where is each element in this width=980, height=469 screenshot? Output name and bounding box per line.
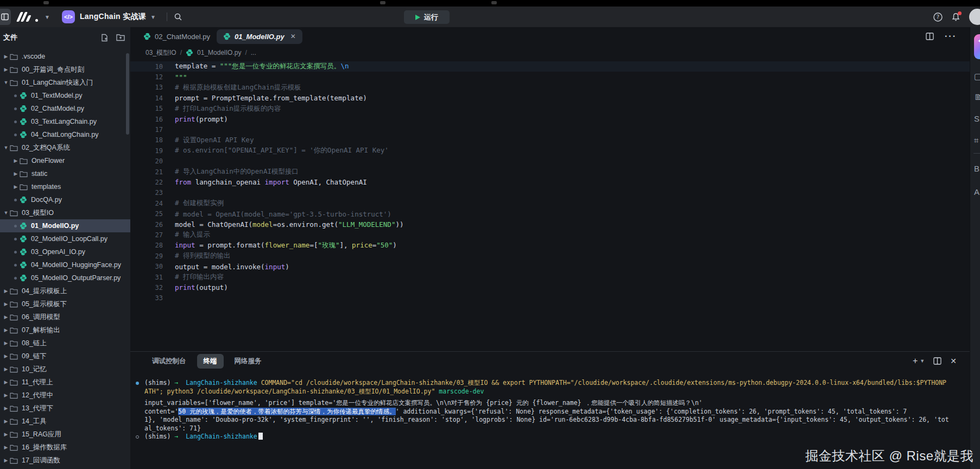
tree-item-label: templates <box>31 183 61 191</box>
terminal-dropdown-icon[interactable]: ▼ <box>920 358 925 364</box>
code-line: 32print(output) <box>130 282 970 293</box>
chevron-right-icon: ▶ <box>2 392 10 398</box>
line-number: 20 <box>130 157 163 165</box>
editor-tab-02_ChatModel.py[interactable]: 02_ChatModel.py <box>137 29 217 44</box>
tree-item-OneFlower[interactable]: ▶OneFlower <box>0 154 130 167</box>
editor-actions: ··· <box>926 27 957 46</box>
split-terminal-icon[interactable] <box>933 357 941 365</box>
more-actions-icon[interactable]: ··· <box>945 31 957 41</box>
file-dot-indicator <box>14 107 17 110</box>
tree-item-label: static <box>31 170 47 178</box>
tree-item-06_调用模型[interactable]: ▶06_调用模型 <box>0 310 130 324</box>
tree-item-label: 04_提示模板上 <box>22 287 67 296</box>
breadcrumb-more[interactable]: ... <box>251 49 256 56</box>
folder-icon <box>20 170 28 178</box>
tree-item-12_代理中[interactable]: ▶12_代理中 <box>0 389 130 402</box>
notifications-button[interactable] <box>951 12 960 22</box>
tree-item-04_ModelIO_HuggingFace.py[interactable]: 04_ModelIO_HuggingFace.py <box>0 258 130 271</box>
marscode-logo[interactable] <box>18 12 37 22</box>
search-icon[interactable] <box>174 12 182 21</box>
tree-item-17_回调函数[interactable]: ▶17_回调函数 <box>0 454 130 467</box>
breadcrumb-file[interactable]: 01_ModelIO.py <box>197 49 241 56</box>
dollar-icon[interactable]: S <box>974 114 979 123</box>
tree-item-01_LangChain快速入门[interactable]: ▼01_LangChain快速入门 <box>0 76 130 89</box>
tree-item-08_链上[interactable]: ▶08_链上 <box>0 337 130 350</box>
line-number: 14 <box>130 94 163 102</box>
docs-icon[interactable]: 🗎 <box>974 92 980 102</box>
tree-item-label: OneFlower <box>31 157 65 164</box>
letter-b-icon[interactable]: B <box>974 164 979 173</box>
line-number: 25 <box>130 210 163 218</box>
panel-toggle-button[interactable] <box>0 9 11 25</box>
tree-item-templates[interactable]: ▶templates <box>0 180 130 193</box>
help-button[interactable]: ? <box>933 12 943 22</box>
tree-item-03_模型IO[interactable]: ▼03_模型IO <box>0 206 130 219</box>
folder-icon <box>10 66 18 73</box>
folder-icon <box>10 314 18 321</box>
terminal-gutter <box>130 408 144 416</box>
avatar[interactable] <box>969 9 980 25</box>
terminal-output[interactable]: (shims) → LangChain-shizhanke COMMAND="c… <box>130 379 970 441</box>
tree-item-DocQA.py[interactable]: DocQA.py <box>0 193 130 206</box>
right-activity-bar: ▢ 🗎 S ⌗ B A <box>970 27 980 469</box>
logo-chevron-down-icon[interactable]: ▼ <box>45 14 50 20</box>
new-terminal-button[interactable]: + <box>913 356 918 366</box>
tree-item-03_TextLangChain.py[interactable]: 03_TextLangChain.py <box>0 115 130 128</box>
tab-label: 02_ChatModel.py <box>155 33 210 41</box>
run-button[interactable]: 运行 <box>404 10 450 24</box>
code-editor[interactable]: 10template = """您是一位专业的鲜花店文案撰写员。\n12"""1… <box>130 60 970 351</box>
terminal-gutter <box>130 399 144 408</box>
folder-icon <box>10 340 18 347</box>
tree-item-03_OpenAI_IO.py[interactable]: 03_OpenAI_IO.py <box>0 245 130 258</box>
folder-icon <box>10 79 18 86</box>
tree-item-02_ModelIO_LoopCall.py[interactable]: 02_ModelIO_LoopCall.py <box>0 232 130 245</box>
tree-item-02_文档QA系统[interactable]: ▼02_文档QA系统 <box>0 141 130 154</box>
tree-item-10_记忆[interactable]: ▶10_记忆 <box>0 363 130 376</box>
tree-item-11_代理上[interactable]: ▶11_代理上 <box>0 376 130 389</box>
line-number: 32 <box>130 284 163 291</box>
grid-icon[interactable]: ⌗ <box>974 136 978 145</box>
letter-a-icon[interactable]: A <box>974 187 979 197</box>
project-chevron-down-icon[interactable]: ▼ <box>150 14 156 20</box>
tree-item-label: 03_OpenAI_IO.py <box>31 248 85 256</box>
tree-item-04_提示模板上[interactable]: ▶04_提示模板上 <box>0 284 130 297</box>
tree-item-09_链下[interactable]: ▶09_链下 <box>0 350 130 363</box>
tree-item-04_ChatLongChain.py[interactable]: 04_ChatLongChain.py <box>0 128 130 141</box>
tree-item-05_ModelIO_OutputParser.py[interactable]: 05_ModelIO_OutputParser.py <box>0 271 130 284</box>
tree-item-01_ModelIO.py[interactable]: 01_ModelIO.py <box>0 219 130 232</box>
tree-item-16_操作数据库[interactable]: ▶16_操作数据库 <box>0 441 130 454</box>
project-name[interactable]: LangChain 实战课 <box>80 12 146 22</box>
python-icon <box>20 92 27 99</box>
tree-item-02_ChatModel.py[interactable]: 02_ChatModel.py <box>0 102 130 115</box>
new-file-button[interactable] <box>100 34 109 42</box>
editor-tab-01_ModelIO.py[interactable]: 01_ModelIO.py✕ <box>217 29 302 44</box>
code-line: 16print(prompt) <box>130 114 970 124</box>
tree-item-00_开篇词_奇点时刻[interactable]: ▶00_开篇词_奇点时刻 <box>0 63 130 76</box>
line-number: 21 <box>130 168 163 176</box>
tree-item-05_提示模板下[interactable]: ▶05_提示模板下 <box>0 297 130 310</box>
panel-tab-调试控制台[interactable]: 调试控制台 <box>146 354 193 369</box>
tree-item-static[interactable]: ▶static <box>0 167 130 180</box>
close-panel-icon[interactable]: ✕ <box>950 357 957 365</box>
split-editor-icon[interactable] <box>926 33 934 40</box>
tree-item-.vscode[interactable]: ▶.vscode <box>0 50 130 63</box>
top-strip-artifact <box>43 1 49 4</box>
close-tab-icon[interactable]: ✕ <box>290 33 296 40</box>
file-dot-indicator <box>14 199 17 201</box>
tree-item-14_工具[interactable]: ▶14_工具 <box>0 415 130 428</box>
breadcrumb[interactable]: 03_模型IO / 01_ModelIO.py / ... <box>130 46 970 60</box>
tree-item-13_代理下[interactable]: ▶13_代理下 <box>0 402 130 415</box>
panel-tab-终端[interactable]: 终端 <box>197 354 224 369</box>
panel-tab-网络服务[interactable]: 网络服务 <box>228 354 268 369</box>
tree-item-01_TextModel.py[interactable]: 01_TextModel.py <box>0 89 130 102</box>
window-icon[interactable]: ▢ <box>974 72 980 81</box>
chevron-down-icon: ▼ <box>2 210 10 216</box>
tree-item-07_解析输出[interactable]: ▶07_解析输出 <box>0 324 130 337</box>
sidebar-scrollbar[interactable] <box>126 53 129 135</box>
chevron-right-icon: ▶ <box>2 458 10 463</box>
tree-item-15_RAG应用[interactable]: ▶15_RAG应用 <box>0 428 130 441</box>
ai-assistant-icon[interactable] <box>974 34 980 59</box>
tree-item-label: 03_TextLangChain.py <box>31 118 97 125</box>
new-folder-button[interactable] <box>116 34 125 41</box>
breadcrumb-folder[interactable]: 03_模型IO <box>146 48 176 58</box>
